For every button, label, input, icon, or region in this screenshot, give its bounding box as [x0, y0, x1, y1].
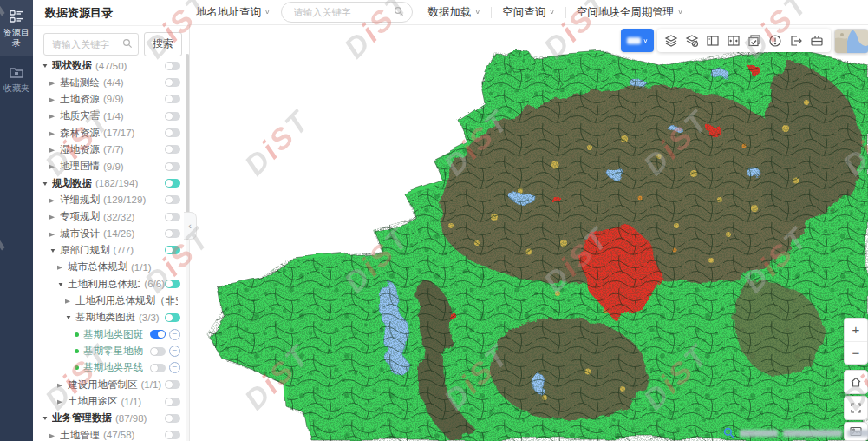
panel-search-input[interactable]	[50, 34, 123, 55]
map-search-redacted[interactable]	[723, 427, 868, 438]
swipe-compare-icon[interactable]	[727, 34, 741, 48]
expanded-arrow-icon[interactable]: ▼	[65, 314, 75, 321]
layer-switch-button[interactable]: ∨	[621, 29, 654, 52]
menu-spatial-query[interactable]: 空间查询 ∨	[502, 5, 555, 20]
map-tool-strip	[657, 29, 831, 52]
tree-row[interactable]: 基期地类图斑−	[33, 326, 185, 343]
collapsed-arrow-icon[interactable]: ▶	[49, 431, 60, 438]
header-search-input[interactable]	[292, 3, 391, 22]
toolbox-icon[interactable]	[810, 34, 824, 48]
expanded-arrow-icon[interactable]: ▼	[57, 280, 68, 287]
expanded-arrow-icon[interactable]: ▼	[42, 63, 52, 69]
layer-toggle[interactable]	[165, 313, 180, 322]
tree-row[interactable]: ▼基期地类图斑(3/3)	[33, 309, 185, 326]
tree-row[interactable]: ▼规划数据(182/194)	[33, 174, 185, 191]
menu-place-address-search[interactable]: 地名地址查询 ∨	[196, 5, 271, 20]
info-circle-icon[interactable]	[768, 34, 782, 48]
layers-icon[interactable]	[664, 34, 678, 48]
tree-label: 城市总体规划	[68, 260, 127, 273]
layer-toggle[interactable]	[165, 112, 180, 121]
collapsed-arrow-icon[interactable]: ▶	[57, 381, 68, 388]
layer-toggle[interactable]	[165, 78, 180, 87]
remove-layer-icon[interactable]: −	[169, 346, 180, 357]
collapsed-arrow-icon[interactable]: ▶	[49, 79, 60, 86]
layer-toggle[interactable]	[165, 62, 180, 70]
tree-row[interactable]: ▶基础测绘(4/4)	[33, 74, 185, 90]
menu-data-load[interactable]: 数据加载 ∨	[428, 5, 481, 20]
collapsed-arrow-icon[interactable]: ▶	[57, 398, 68, 405]
tree-row[interactable]: ▶地质灾害(1/4)	[33, 108, 185, 124]
collapsed-arrow-icon[interactable]: ▶	[49, 147, 60, 154]
layer-toggle[interactable]	[165, 162, 180, 171]
expanded-arrow-icon[interactable]: ▼	[42, 180, 52, 187]
layer-toggle[interactable]	[165, 431, 180, 439]
layer-toggle[interactable]	[165, 280, 180, 288]
tree-row[interactable]: ▼现状数据(47/50)	[33, 57, 185, 74]
layer-toggle[interactable]	[165, 128, 180, 137]
tree-row[interactable]: ▶土地资源(9/9)	[33, 91, 185, 108]
menu-parcel-lifecycle[interactable]: 空间地块全周期管理 ∨	[577, 5, 683, 20]
collapsed-arrow-icon[interactable]: ▶	[49, 214, 60, 220]
home-button[interactable]	[844, 370, 868, 394]
collapsed-arrow-icon[interactable]: ▶	[65, 298, 75, 305]
rail-item-resource-catalog[interactable]: 资源目录	[0, 0, 33, 56]
expanded-arrow-icon[interactable]: ▼	[49, 247, 60, 254]
zoom-out-button[interactable]: −	[845, 342, 867, 365]
tree-row[interactable]: ▼土地利用总体规划(6/6)	[33, 275, 185, 292]
tree-row[interactable]: ▶详细规划(129/129)	[33, 192, 185, 208]
layer-toggle[interactable]	[150, 364, 166, 372]
tree-label: 森林资源	[60, 127, 100, 140]
export-icon[interactable]	[789, 34, 803, 48]
tree-row[interactable]: ▼业务管理数据(87/98)	[33, 410, 185, 426]
tree-row[interactable]: ▶湿地资源(7/7)	[33, 142, 185, 158]
collapsed-arrow-icon[interactable]: ▶	[49, 230, 60, 237]
split-view-icon[interactable]	[706, 34, 720, 48]
collapsed-arrow-icon[interactable]: ▶	[49, 163, 60, 170]
basemap-layers-icon[interactable]	[685, 34, 699, 48]
tree-row[interactable]: 基期零星地物−	[33, 343, 185, 359]
tree-row[interactable]: ▼原部门规划(7/7)	[33, 242, 185, 259]
tree-row[interactable]: ▶土地管理(47/58)	[33, 427, 185, 441]
collapsed-arrow-icon[interactable]: ▶	[49, 113, 60, 120]
remove-layer-icon[interactable]: −	[169, 329, 180, 340]
tree-row[interactable]: ▶城市总体规划(1/1)	[33, 259, 185, 275]
tree-row[interactable]: ▶建设用地管制区(1/1)	[33, 377, 185, 393]
layer-toggle[interactable]	[165, 414, 180, 423]
fullscreen-button[interactable]	[844, 396, 868, 420]
layer-toggle[interactable]	[165, 145, 180, 154]
rail-item-favorites[interactable]: 收藏夹	[0, 56, 33, 101]
zoom-in-button[interactable]: +	[845, 319, 867, 342]
map-canvas[interactable]	[189, 24, 868, 441]
tree-row[interactable]: 基期地类界线−	[33, 359, 185, 376]
layer-toggle[interactable]	[165, 229, 180, 238]
expanded-arrow-icon[interactable]: ▼	[42, 415, 52, 422]
layer-toggle[interactable]	[150, 330, 166, 339]
tree-label: 地质灾害	[60, 109, 100, 122]
collapsed-arrow-icon[interactable]: ▶	[49, 96, 60, 103]
catalog-icon	[9, 9, 24, 24]
tree-row[interactable]: ▶专项规划(32/32)	[33, 208, 185, 225]
tree-label: 城市设计	[60, 227, 100, 240]
layer-toggle[interactable]	[165, 380, 180, 389]
search-button[interactable]: 搜索	[144, 32, 182, 56]
tree-row[interactable]: ▶地理国情(9/9)	[33, 158, 185, 174]
overview-map-thumbnail[interactable]	[834, 29, 868, 54]
tree-row[interactable]: ▶土地用途区(1/1)	[33, 393, 185, 410]
layer-toggle[interactable]	[165, 246, 180, 254]
layer-toggle[interactable]	[165, 213, 180, 221]
collapse-panel-handle[interactable]: ‹	[184, 212, 197, 240]
tree-row[interactable]: ▶城市设计(14/26)	[33, 225, 185, 241]
layer-toggle[interactable]	[165, 398, 180, 406]
selected-images-icon[interactable]	[747, 34, 761, 48]
layer-toggle[interactable]	[150, 347, 166, 356]
collapsed-arrow-icon[interactable]: ▶	[49, 197, 60, 204]
tree-row[interactable]: ▶森林资源(17/17)	[33, 124, 185, 141]
remove-layer-icon[interactable]: −	[169, 362, 180, 373]
layer-toggle[interactable]	[165, 195, 180, 204]
layer-toggle[interactable]	[165, 95, 180, 103]
tree-row[interactable]: ▶土地利用总体规划（非空间专...	[33, 293, 185, 309]
collapsed-arrow-icon[interactable]: ▶	[57, 264, 68, 271]
collapsed-arrow-icon[interactable]: ▶	[49, 129, 60, 136]
tree-scrollbar-thumb[interactable]	[186, 54, 189, 232]
layer-toggle[interactable]	[165, 179, 180, 188]
